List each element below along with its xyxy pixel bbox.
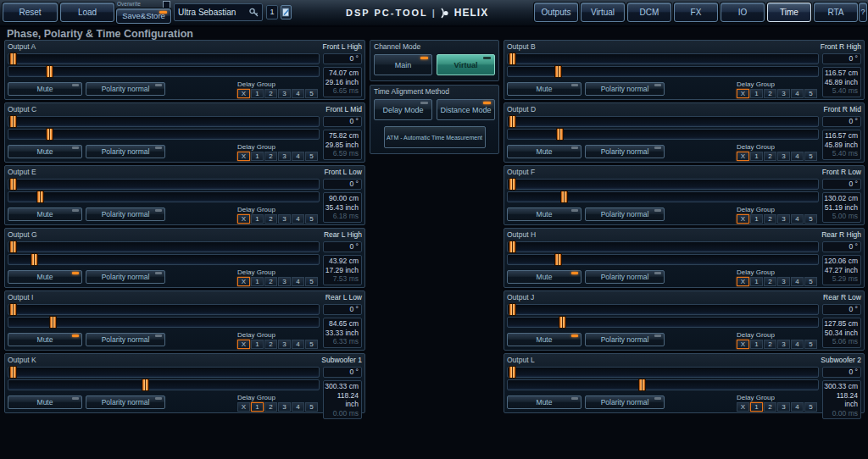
- phase-value-field[interactable]: 0 °: [822, 179, 861, 190]
- polarity-button[interactable]: Polarity normal: [86, 395, 165, 409]
- phase-slider[interactable]: [8, 304, 320, 315]
- delay-group-X[interactable]: X: [737, 340, 749, 349]
- distance-cm-value[interactable]: 116.57 cm: [823, 69, 858, 78]
- mute-button[interactable]: Mute: [8, 82, 82, 96]
- distance-info-box[interactable]: 300.33 cm 118.24 inch 0.00 ms: [323, 380, 362, 419]
- delay-group-2[interactable]: 2: [764, 402, 776, 412]
- phase-slider[interactable]: [8, 179, 320, 190]
- mute-button[interactable]: Mute: [507, 82, 581, 96]
- distance-slider[interactable]: [507, 66, 819, 77]
- phase-value-field[interactable]: 0 °: [822, 116, 861, 127]
- delay-group-5[interactable]: 5: [305, 214, 318, 224]
- delay-group-3[interactable]: 3: [278, 402, 291, 412]
- distance-slider[interactable]: [8, 66, 320, 77]
- distance-slider-handle[interactable]: [142, 379, 149, 391]
- delay-group-X[interactable]: X: [737, 89, 749, 98]
- distance-slider[interactable]: [8, 317, 320, 328]
- delay-group-5[interactable]: 5: [305, 277, 318, 286]
- phase-value-field[interactable]: 0 °: [323, 53, 362, 64]
- delay-group-2[interactable]: 2: [764, 152, 776, 161]
- delay-group-5[interactable]: 5: [305, 152, 318, 161]
- atm-button[interactable]: ATM - Automatic Time Measurement: [384, 126, 486, 148]
- distance-slider-handle[interactable]: [560, 191, 568, 203]
- virtual-mode-button[interactable]: Virtual: [437, 54, 495, 75]
- profile-name-field[interactable]: Ultra Sebastian: [174, 3, 263, 21]
- mute-button[interactable]: Mute: [507, 395, 581, 409]
- delay-group-4[interactable]: 4: [292, 402, 304, 412]
- mute-button[interactable]: Mute: [8, 207, 82, 221]
- delay-group-X[interactable]: X: [237, 89, 250, 98]
- delay-mode-button[interactable]: Delay Mode: [374, 99, 432, 120]
- delay-group-3[interactable]: 3: [777, 152, 790, 161]
- phase-slider-handle[interactable]: [509, 366, 516, 379]
- main-mode-button[interactable]: Main: [374, 54, 432, 75]
- distance-info-box[interactable]: 120.06 cm 47.27 inch 5.29 ms: [822, 255, 861, 285]
- delay-group-3[interactable]: 3: [278, 277, 291, 286]
- delay-group-2[interactable]: 2: [264, 402, 277, 412]
- phase-slider[interactable]: [507, 53, 819, 64]
- phase-value-field[interactable]: 0 °: [323, 367, 362, 378]
- phase-slider[interactable]: [8, 53, 320, 64]
- distance-slider[interactable]: [507, 317, 819, 328]
- phase-slider-handle[interactable]: [509, 178, 516, 191]
- distance-cm-value[interactable]: 300.33 cm: [324, 382, 359, 391]
- delay-group-4[interactable]: 4: [292, 277, 304, 286]
- phase-slider-handle[interactable]: [9, 53, 17, 65]
- delay-group-4[interactable]: 4: [791, 152, 804, 161]
- delay-group-1[interactable]: 1: [750, 214, 763, 224]
- delay-group-4[interactable]: 4: [791, 214, 804, 224]
- distance-slider-handle[interactable]: [554, 253, 562, 266]
- distance-slider-handle[interactable]: [556, 128, 564, 141]
- polarity-button[interactable]: Polarity normal: [86, 145, 165, 158]
- phase-slider-handle[interactable]: [9, 241, 17, 253]
- distance-slider-handle[interactable]: [36, 191, 44, 203]
- distance-info-box[interactable]: 116.57 cm 45.89 inch 5.40 ms: [822, 130, 861, 160]
- polarity-button[interactable]: Polarity normal: [585, 207, 665, 221]
- help-button[interactable]: ?: [859, 3, 867, 22]
- distance-info-box[interactable]: 74.07 cm 29.16 inch 6.65 ms: [323, 67, 362, 97]
- delay-group-2[interactable]: 2: [764, 340, 776, 349]
- key-icon[interactable]: [248, 7, 259, 18]
- nav-dcm[interactable]: DCM: [627, 3, 671, 22]
- delay-group-1[interactable]: 1: [750, 340, 763, 349]
- phase-value-field[interactable]: 0 °: [822, 241, 861, 252]
- delay-group-X[interactable]: X: [737, 402, 749, 412]
- delay-group-4[interactable]: 4: [292, 89, 304, 98]
- delay-group-2[interactable]: 2: [264, 340, 277, 349]
- delay-group-X[interactable]: X: [237, 214, 250, 224]
- nav-io[interactable]: IO: [721, 3, 765, 22]
- distance-slider[interactable]: [507, 129, 819, 140]
- phase-slider[interactable]: [507, 241, 819, 252]
- delay-group-3[interactable]: 3: [278, 89, 291, 98]
- delay-group-5[interactable]: 5: [305, 340, 318, 349]
- distance-slider[interactable]: [8, 191, 320, 202]
- phase-slider[interactable]: [507, 304, 819, 315]
- mute-button[interactable]: Mute: [507, 207, 581, 221]
- nav-rta[interactable]: RTA: [814, 3, 858, 22]
- distance-cm-value[interactable]: 74.07 cm: [324, 69, 359, 78]
- polarity-button[interactable]: Polarity normal: [86, 82, 165, 96]
- distance-slider-handle[interactable]: [554, 65, 562, 78]
- distance-slider[interactable]: [507, 254, 819, 265]
- mute-button[interactable]: Mute: [8, 333, 82, 346]
- delay-group-5[interactable]: 5: [804, 89, 817, 98]
- mute-button[interactable]: Mute: [507, 270, 581, 284]
- phase-slider[interactable]: [507, 116, 819, 127]
- load-button[interactable]: Load: [60, 3, 114, 22]
- polarity-button[interactable]: Polarity normal: [86, 207, 165, 221]
- save-store-button[interactable]: Save&Store: [116, 8, 171, 24]
- delay-group-3[interactable]: 3: [278, 152, 291, 161]
- delay-group-X[interactable]: X: [737, 277, 749, 286]
- distance-cm-value[interactable]: 300.33 cm: [823, 382, 858, 391]
- distance-slider[interactable]: [8, 379, 320, 390]
- phase-slider[interactable]: [507, 179, 819, 190]
- phase-value-field[interactable]: 0 °: [323, 241, 362, 252]
- distance-slider[interactable]: [507, 379, 819, 390]
- delay-group-5[interactable]: 5: [305, 402, 318, 412]
- nav-outputs[interactable]: Outputs: [534, 3, 578, 22]
- delay-group-1[interactable]: 1: [750, 277, 763, 286]
- delay-group-X[interactable]: X: [237, 152, 250, 161]
- phase-slider[interactable]: [507, 367, 819, 378]
- delay-group-3[interactable]: 3: [777, 277, 790, 286]
- polarity-button[interactable]: Polarity normal: [86, 270, 165, 284]
